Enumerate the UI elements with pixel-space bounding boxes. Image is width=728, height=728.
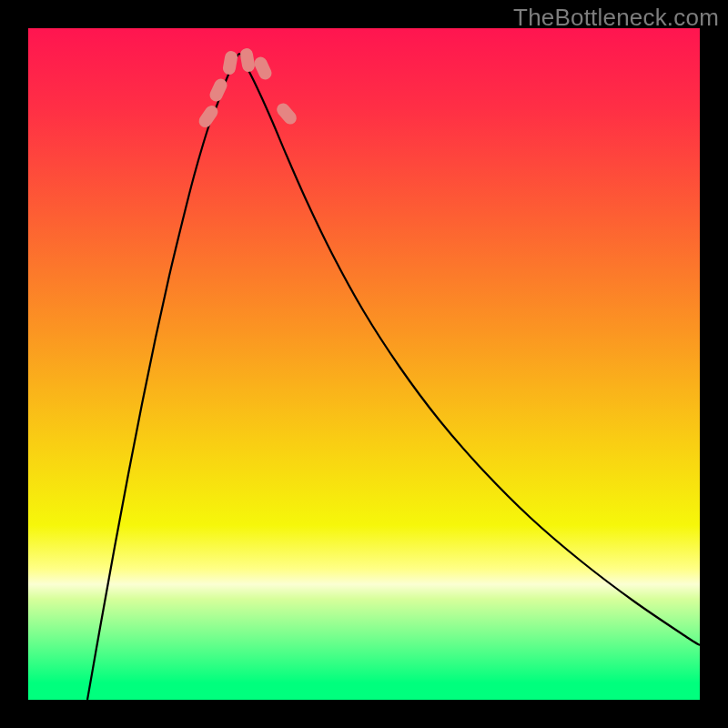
chart-background-gradient — [28, 28, 700, 700]
chart-plot-area — [28, 28, 700, 700]
watermark-text: TheBottleneck.com — [513, 4, 719, 32]
chart-svg — [28, 28, 700, 700]
outer-frame: TheBottleneck.com — [0, 0, 728, 728]
